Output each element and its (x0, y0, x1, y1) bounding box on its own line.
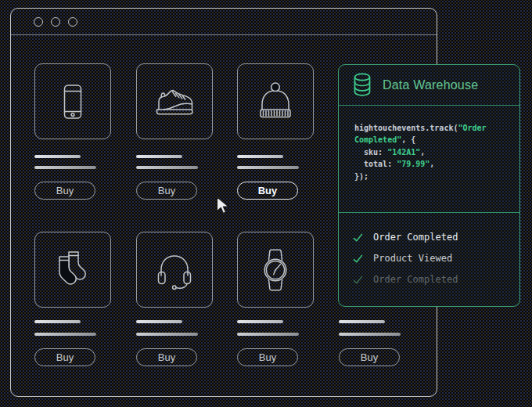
headphones-icon (151, 247, 198, 294)
cursor-pointer-icon (216, 196, 231, 215)
phone-icon (49, 78, 96, 125)
window-control-maximize-icon[interactable] (68, 17, 77, 27)
skeleton-line (136, 320, 182, 323)
panel-header: Data Warehouse (339, 65, 519, 106)
skeleton-line (339, 333, 401, 336)
product-card-socks[interactable] (34, 232, 111, 308)
skeleton-line (34, 166, 96, 169)
checklist-item-label: Order Completed (373, 232, 458, 243)
code-line: total: "79.99", (354, 158, 519, 171)
code-snippet: hightouchevents.track("OrderCompleted", … (339, 106, 519, 212)
buy-button[interactable]: Buy (136, 182, 197, 200)
code-line: }); (354, 171, 519, 183)
skeleton-line (34, 320, 81, 323)
skeleton-line (136, 166, 198, 169)
code-line: hightouchevents.track("Order (354, 122, 519, 135)
product-card-sneaker[interactable] (136, 63, 213, 139)
buy-button[interactable]: Buy (339, 348, 400, 366)
watch-icon (252, 247, 299, 294)
checklist-item: Product Viewed (339, 253, 519, 264)
beanie-icon (252, 78, 299, 125)
event-checklist: Order Completed Product Viewed Order Com… (339, 212, 519, 306)
skeleton-line (237, 166, 299, 169)
checklist-item-label: Order Completed (373, 274, 458, 285)
sneaker-icon (151, 78, 198, 125)
socks-icon (49, 247, 96, 294)
check-icon (353, 275, 363, 285)
checklist-item: Order Completed (339, 274, 519, 285)
buy-button[interactable]: Buy (136, 348, 197, 366)
buy-button[interactable]: Buy (34, 182, 95, 200)
stage: Buy Buy Buy (0, 0, 532, 407)
window-control-minimize-icon[interactable] (51, 17, 60, 27)
buy-button[interactable]: Buy (237, 348, 298, 366)
buy-button-highlighted[interactable]: Buy (237, 182, 298, 200)
skeleton-line (237, 320, 283, 323)
checklist-item: Order Completed (339, 232, 519, 243)
skeleton-line (136, 155, 182, 158)
product-card-headphones[interactable] (136, 232, 213, 308)
check-icon (353, 232, 363, 243)
skeleton-line (237, 333, 299, 336)
window-control-close-icon[interactable] (34, 17, 43, 27)
code-line: Completed", { (354, 134, 519, 146)
panel-title: Data Warehouse (383, 78, 478, 92)
skeleton-line (34, 155, 81, 158)
database-icon (352, 72, 372, 98)
skeleton-line (136, 333, 198, 336)
checklist-item-label: Product Viewed (373, 253, 452, 264)
data-warehouse-panel: Data Warehouse hightouchevents.track("Or… (338, 64, 520, 307)
product-card-beanie[interactable] (237, 63, 314, 139)
check-icon (353, 254, 363, 264)
product-card-watch[interactable] (237, 232, 314, 308)
skeleton-line (34, 333, 96, 336)
skeleton-line (237, 155, 283, 158)
skeleton-line (339, 320, 385, 323)
window-titlebar (11, 9, 437, 35)
product-card-phone[interactable] (34, 63, 111, 139)
buy-button[interactable]: Buy (34, 348, 95, 366)
code-line: sku: "142A1", (354, 146, 519, 159)
